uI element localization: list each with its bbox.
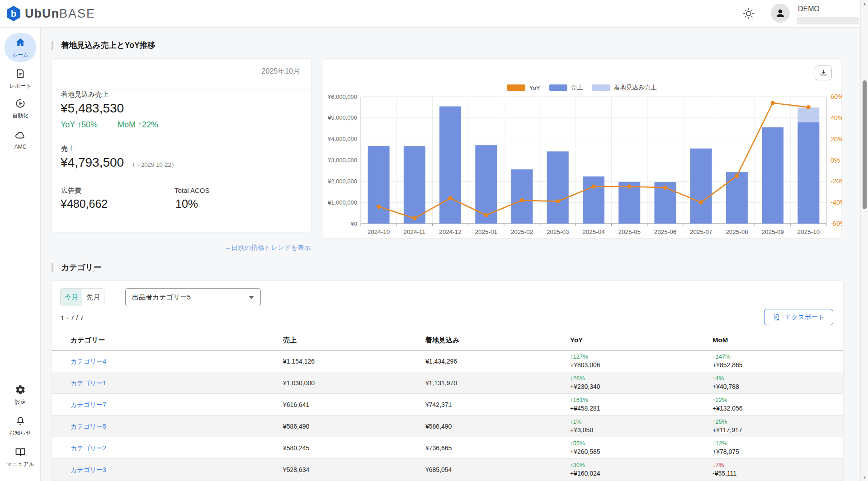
brand-name: UbUnBASE [25, 7, 95, 21]
month-toggle: 今月 先月 [60, 288, 104, 306]
sidebar-item-label: 設定 [15, 398, 26, 406]
category-card: 今月 先月 出品者カテゴリー5 1 - 7 / 7 エクスポート カテゴリー 売… [52, 280, 844, 481]
yoy-percent: ↑30% [570, 461, 600, 469]
yoy-cell: ↑30% +¥160,024 [570, 459, 600, 481]
sidebar-item-report[interactable]: レポート [0, 68, 41, 90]
svg-text:2025-10: 2025-10 [797, 229, 820, 235]
svg-text:2025-08: 2025-08 [726, 229, 748, 235]
forecast-stats: YoY ↑50% MoM ↑22% [61, 120, 158, 130]
title-accent-bar [52, 41, 53, 50]
legend-label: 売上 [571, 84, 583, 92]
table-row: カテゴリー4 ¥1,154,126 ¥1,434,296 ↑127% +¥803… [52, 350, 843, 372]
yoy-amount: +¥803,006 [570, 360, 600, 369]
sidebar-item-home[interactable]: ホーム [0, 33, 41, 62]
pagination-info: 1 - 7 / 7 [61, 314, 84, 322]
col-category: カテゴリー [71, 336, 105, 345]
sidebar-item-manual[interactable]: マニュアル [0, 447, 41, 468]
sidebar-item-label: AMC [14, 144, 27, 150]
svg-text:2025-01: 2025-01 [475, 229, 498, 235]
category-link[interactable]: カテゴリー4 [71, 350, 106, 372]
svg-text:0%: 0% [830, 157, 840, 164]
mom-cell: ↓7% -¥55,111 [712, 459, 736, 481]
page-title: 着地見込み売上とYoY推移 [61, 40, 156, 51]
legend-item[interactable]: 売上 [549, 84, 583, 92]
legend-swatch [549, 84, 567, 91]
export-icon [773, 313, 780, 321]
summary-month: 2025年10月 [262, 67, 300, 76]
sidebar-item-label: 自動化 [12, 112, 28, 120]
sidebar-item-label: レポート [9, 82, 32, 90]
tab-last-month[interactable]: 先月 [82, 289, 104, 306]
brightness-icon[interactable] [742, 7, 755, 20]
sidebar-item-amc[interactable]: AMC [0, 130, 41, 150]
mom-percent: ↓7% [712, 461, 736, 469]
page-scrollbar[interactable]: ▲ ▼ [860, 0, 868, 481]
sales-value: ¥580,245 [283, 437, 309, 459]
table-header: カテゴリー 売上 着地見込み YoY MoM [52, 336, 843, 350]
tab-this-month[interactable]: 今月 [61, 289, 82, 306]
yoy-percent: ↑1% [570, 418, 593, 425]
mom-percent: ↑25% [712, 418, 742, 425]
daily-trend-link[interactable]: →日別の指標トレンドを表示 [225, 243, 311, 252]
ad-cost-label: 広告費 [61, 187, 81, 195]
yoy-amount: +¥160,024 [570, 469, 600, 478]
table-row: カテゴリー3 ¥528,634 ¥685,054 ↑30% +¥160,024 … [52, 459, 843, 481]
sidebar-item-settings[interactable]: 設定 [0, 384, 41, 406]
svg-text:¥3,000,000: ¥3,000,000 [327, 157, 357, 163]
user-avatar[interactable] [771, 4, 790, 23]
sales-date-note: （～2025-10-22） [129, 161, 177, 168]
seller-category-dropdown[interactable]: 出品者カテゴリー5 [125, 288, 261, 306]
total-acos-value: 10% [175, 197, 198, 210]
sales-value: ¥4,793,500（～2025-10-22） [61, 155, 177, 170]
person-icon [774, 7, 786, 19]
mom-percent: ↑147% [712, 353, 743, 360]
mom-stat: MoM ↑22% [118, 120, 158, 130]
title-accent-bar [52, 263, 53, 272]
svg-text:2025-04: 2025-04 [582, 229, 605, 235]
yoy-cell: ↑26% +¥230,340 [570, 372, 600, 394]
category-link[interactable]: カテゴリー5 [71, 416, 106, 437]
sidebar: ホーム レポート 自動化 AMC 設定 お知らせ マニュアル [0, 28, 41, 481]
scroll-down-arrow[interactable]: ▼ [861, 474, 868, 481]
scrollbar-thumb[interactable] [863, 80, 867, 209]
forecast-value: ¥586,490 [425, 416, 452, 437]
svg-text:2025-06: 2025-06 [654, 229, 677, 235]
yoy-amount: +¥3,050 [570, 425, 593, 434]
svg-text:¥0: ¥0 [350, 220, 357, 227]
export-button[interactable]: エクスポート [764, 309, 833, 325]
yoy-stat: YoY ↑50% [61, 120, 98, 130]
yoy-cell: ↑161% +¥458,281 [570, 394, 600, 416]
mom-amount: +¥40,788 [712, 382, 739, 391]
svg-text:2024-12: 2024-12 [439, 229, 462, 235]
sidebar-item-label: マニュアル [6, 461, 34, 468]
home-icon [15, 37, 26, 50]
category-link[interactable]: カテゴリー1 [71, 372, 106, 394]
svg-text:-60%: -60% [830, 220, 842, 227]
sidebar-item-automation[interactable]: 自動化 [0, 98, 41, 120]
chart-card: ¥0¥1,000,000¥2,000,000¥3,000,000¥4,000,0… [323, 58, 841, 238]
legend-item[interactable]: 着地見込み売上 [592, 84, 657, 92]
category-link[interactable]: カテゴリー7 [71, 394, 106, 416]
app-header: b UbUnBASE DEMO [0, 0, 868, 28]
yoy-cell: ↑1% +¥3,050 [570, 416, 593, 437]
legend-item[interactable]: YoY [507, 84, 540, 91]
svg-text:¥2,000,000: ¥2,000,000 [327, 178, 357, 185]
table-row: カテゴリー1 ¥1,030,000 ¥1,131,970 ↑26% +¥230,… [52, 372, 843, 394]
svg-text:-40%: -40% [830, 199, 842, 206]
svg-text:60%: 60% [830, 93, 842, 100]
total-acos-label: Total ACOS [175, 187, 210, 194]
mom-amount: -¥55,111 [712, 469, 736, 478]
mom-cell: ↑147% +¥852,865 [712, 350, 743, 372]
chart-legend: YoY 売上 着地見込み売上 [323, 84, 841, 92]
sidebar-item-news[interactable]: お知らせ [0, 415, 41, 437]
ad-cost-value: ¥480,662 [61, 197, 108, 210]
table-row: カテゴリー7 ¥616,641 ¥742,371 ↑161% +¥458,281… [52, 394, 843, 416]
chevron-down-icon [249, 296, 254, 299]
scroll-up-arrow[interactable]: ▲ [861, 0, 868, 7]
cloud-icon [14, 130, 26, 142]
category-link[interactable]: カテゴリー3 [71, 459, 106, 481]
chart-download-button[interactable] [815, 65, 832, 80]
table-row: カテゴリー5 ¥586,490 ¥586,490 ↑1% +¥3,050 ↑25… [52, 416, 843, 437]
legend-swatch [592, 84, 610, 91]
category-link[interactable]: カテゴリー2 [71, 437, 106, 459]
